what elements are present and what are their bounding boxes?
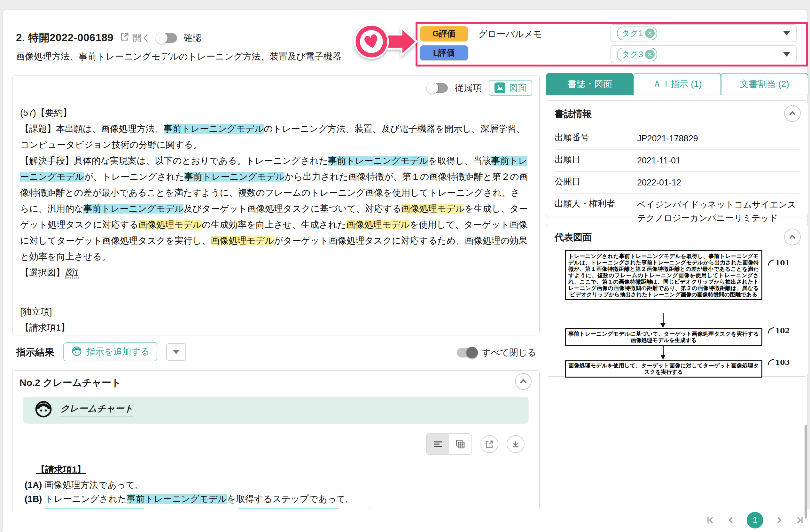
- tag-pill-label: タグ3: [621, 49, 643, 60]
- global-memo-label: グローバルメモ: [478, 28, 542, 40]
- last-page-icon: [795, 515, 804, 525]
- external-link-icon: [485, 440, 494, 449]
- tag-remove-icon[interactable]: ✕: [645, 29, 655, 38]
- flow-label-103: 103: [767, 358, 790, 366]
- tab-biblio-drawings[interactable]: 書誌・図面: [546, 73, 634, 95]
- row-label: 出願日: [555, 154, 637, 165]
- previous-page-button[interactable]: [726, 515, 736, 525]
- claim-chart-link[interactable]: クレームチャート: [61, 403, 133, 417]
- tag-pill-label: タグ1: [621, 28, 643, 39]
- confirm-label: 確認: [183, 32, 201, 44]
- first-page-button[interactable]: [706, 515, 715, 525]
- tag-select-1[interactable]: タグ1 ✕: [611, 24, 797, 42]
- chevron-right-icon: [774, 515, 784, 525]
- drawing-button-label: 図面: [509, 82, 526, 94]
- external-link-icon: [120, 32, 129, 44]
- first-page-icon: [706, 515, 715, 525]
- chevron-down-icon: [783, 31, 790, 35]
- open-in-new-button[interactable]: [481, 435, 498, 453]
- tag-select-2[interactable]: タグ3 ✕: [611, 45, 797, 63]
- next-page-button[interactable]: [774, 515, 784, 525]
- chevron-up-icon: [789, 110, 796, 117]
- confirm-toggle[interactable]: [157, 33, 177, 43]
- biblio-card: 書誌情報 出願番号JP2021-178829 出願日2021-11-01 公開日…: [546, 100, 808, 217]
- close-all-label: すべて閉じる: [482, 346, 536, 359]
- representative-figure-card: 代表図面 トレーニングされた事前トレーニングモデルを取得し、事前トレーニングモデ…: [546, 224, 808, 376]
- row-value: 2022-01-12: [637, 176, 799, 189]
- view-switcher: [426, 433, 472, 455]
- last-page-button[interactable]: [795, 515, 804, 525]
- download-icon: [511, 440, 520, 449]
- scrollbar[interactable]: [805, 424, 807, 519]
- add-instruction-label: 指示を追加する: [86, 345, 150, 358]
- drawing-button[interactable]: 図面: [489, 80, 532, 96]
- tab-ai-instructions[interactable]: ＡＩ指示 (1): [633, 73, 721, 95]
- abstract-text: (57)【要約】【課題】本出願は、画像処理方法、事前トレーニングモデルのトレーニ…: [20, 105, 529, 335]
- dependent-claims-toggle[interactable]: [428, 83, 448, 93]
- tag-remove-icon[interactable]: ✕: [645, 50, 655, 59]
- claim-chart-card-title: No.2 クレームチャート: [19, 376, 121, 389]
- l-eval-button[interactable]: L評価: [420, 45, 468, 60]
- close-all-toggle[interactable]: [457, 348, 476, 357]
- document-number: 2. 特開2022-006189: [16, 31, 113, 45]
- list-view-icon: [433, 439, 443, 449]
- chevron-left-icon: [726, 515, 736, 525]
- flow-box-101: トレーニングされた事前トレーニングモデルを取得し、事前トレーニングモデルは、トレ…: [565, 250, 762, 300]
- collapse-button[interactable]: [784, 105, 801, 122]
- list-view-button[interactable]: [427, 434, 449, 454]
- chevron-up-icon: [519, 377, 528, 386]
- pagination: 1: [706, 512, 804, 529]
- abstract-toolbar: 従属項 図面: [428, 80, 532, 96]
- bottom-bar: 1: [3, 509, 810, 532]
- patent-figure[interactable]: トレーニングされた事前トレーニングモデルを取得し、事前トレーニングモデルは、トレ…: [564, 250, 791, 369]
- flow-label-101: 101: [767, 259, 790, 267]
- chevron-down-icon: [783, 52, 790, 57]
- row-label: 出願番号: [555, 132, 637, 143]
- toggle-knob: [466, 347, 478, 358]
- biblio-title: 書誌情報: [555, 108, 592, 120]
- favorite-heart-callout: [353, 22, 420, 62]
- results-row: 指示結果 指示を追加する すべて閉じる: [16, 342, 539, 362]
- chevron-down-icon: [173, 350, 179, 354]
- close-all-control: すべて閉じる: [457, 346, 536, 359]
- heart-icon: [353, 22, 420, 61]
- g-eval-button[interactable]: G評価: [420, 26, 468, 41]
- current-page-indicator[interactable]: 1: [747, 512, 763, 529]
- flow-arrow: [663, 313, 664, 327]
- collapse-button[interactable]: [515, 373, 532, 390]
- results-title: 指示結果: [16, 346, 54, 359]
- main-card: 2. 特開2022-006189 開く 確認 画像処理方法、事前トレーニングモデ…: [3, 10, 807, 532]
- row-label: 公開日: [555, 176, 637, 187]
- tag-pill: タグ1 ✕: [617, 27, 657, 40]
- abstract-panel: 従属項 図面 (57)【要約】【課題】本出願は、画像処理方法、事前トレーニングモ…: [12, 75, 539, 335]
- download-button[interactable]: [507, 435, 524, 453]
- toggle-knob: [427, 82, 438, 94]
- assistant-face-icon: [35, 401, 52, 419]
- tag-pill: タグ3 ✕: [617, 48, 657, 61]
- dependent-claims-label: 従属項: [455, 82, 482, 94]
- right-panel-tabs: 書誌・図面 ＡＩ指示 (1) 文書割当 (2): [546, 73, 808, 95]
- claim-chart-card: No.2 クレームチャート クレームチャート: [12, 370, 539, 519]
- document-title: 画像処理方法、事前トレーニングモデルのトレーニング方法、装置及び電子機器: [16, 50, 341, 63]
- figure-title: 代表図面: [555, 231, 592, 244]
- assistant-icon: [71, 345, 82, 359]
- add-instruction-button[interactable]: 指示を追加する: [63, 342, 157, 361]
- table-view-button[interactable]: [449, 434, 471, 454]
- claim-chart-toolbar: [426, 433, 524, 455]
- open-document-link[interactable]: 開く: [120, 32, 151, 44]
- instruction-dropdown-button[interactable]: [166, 343, 186, 361]
- flow-box-103: 画像処理モデルを使用して、ターゲット画像に対してターゲット画像処理タスクを実行す…: [565, 360, 762, 377]
- tab-document-assignment[interactable]: 文書割当 (2): [721, 73, 808, 95]
- row-value: JP2021-178829: [637, 132, 799, 145]
- table-view-icon: [455, 439, 466, 449]
- image-icon: [495, 82, 505, 93]
- flow-label-102: 102: [767, 326, 790, 335]
- toggle-knob: [156, 32, 167, 44]
- biblio-row-application-number: 出願番号JP2021-178829: [555, 128, 799, 150]
- biblio-row-publication-date: 公開日2022-01-12: [555, 172, 799, 194]
- row-value: 2021-11-01: [637, 154, 799, 167]
- collapse-button[interactable]: [784, 229, 801, 245]
- instruction-result-header[interactable]: クレームチャート: [23, 397, 529, 423]
- chevron-up-icon: [789, 233, 796, 241]
- flow-arrow: [663, 346, 664, 359]
